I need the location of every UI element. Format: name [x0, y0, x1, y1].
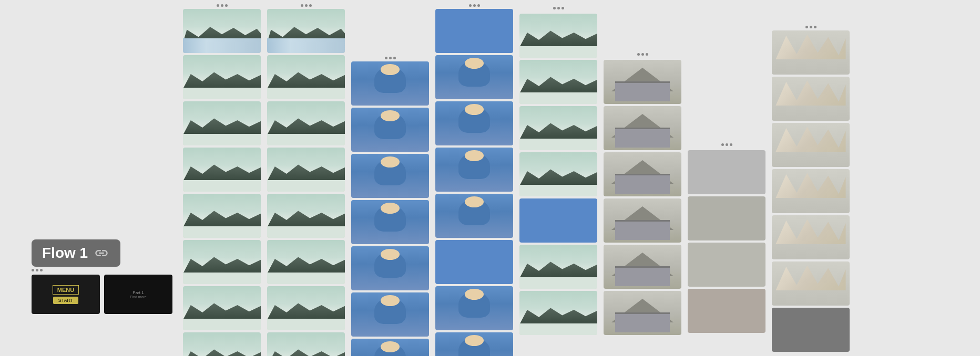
card-6-4[interactable] — [604, 198, 681, 243]
column-4 — [435, 4, 513, 352]
card-8-4[interactable] — [772, 169, 850, 213]
card-5-1[interactable] — [519, 14, 597, 58]
card-5-5[interactable] — [519, 198, 597, 243]
col1-header — [183, 4, 261, 7]
card-8-7[interactable] — [772, 308, 850, 352]
column-1 — [183, 4, 261, 352]
card-4-7[interactable] — [435, 286, 513, 330]
menu-text: MENU — [53, 285, 79, 295]
flow-title: Flow 1 — [42, 245, 88, 261]
card-1-3[interactable] — [183, 101, 261, 145]
card-5-6[interactable] — [519, 245, 597, 289]
card-4-6[interactable] — [435, 240, 513, 284]
find-text: Find more — [130, 295, 147, 299]
card-5-7[interactable] — [519, 291, 597, 335]
card-4-5[interactable] — [435, 194, 513, 238]
card-4-2[interactable] — [435, 55, 513, 99]
card-2-6[interactable] — [267, 240, 345, 284]
card-2-2[interactable] — [267, 55, 345, 99]
card-3-7[interactable] — [351, 339, 429, 356]
card-6-5[interactable] — [604, 245, 681, 289]
card-2-7[interactable] — [267, 286, 345, 330]
card-4-8[interactable] — [435, 332, 513, 356]
card-4-3[interactable] — [435, 101, 513, 145]
col3-header — [351, 57, 429, 59]
col2-header — [267, 4, 345, 7]
card-2-1[interactable] — [267, 9, 345, 53]
col7-header — [688, 141, 765, 148]
card-2-8[interactable] — [267, 332, 345, 356]
card-1-1[interactable] — [183, 9, 261, 53]
card-6-6[interactable] — [604, 291, 681, 335]
card-8-1[interactable] — [772, 30, 850, 75]
card-8-3[interactable] — [772, 123, 850, 167]
card-5-3[interactable] — [519, 106, 597, 150]
card-1-8[interactable] — [183, 332, 261, 356]
card-5-2[interactable] — [519, 60, 597, 104]
bottom-thumbnails: MENU START Part 1 Find more — [32, 275, 172, 314]
card-3-4[interactable] — [351, 200, 429, 244]
link-icon[interactable] — [93, 245, 110, 261]
thumbnail-menu[interactable]: MENU START — [32, 275, 100, 314]
thumbnail-part1[interactable]: Part 1 Find more — [104, 275, 172, 314]
card-1-2[interactable] — [183, 55, 261, 99]
bottom-dots-left — [32, 269, 172, 271]
card-7-2[interactable] — [688, 196, 765, 240]
card-2-4[interactable] — [267, 148, 345, 192]
col4-header — [435, 4, 513, 7]
card-7-3[interactable] — [688, 243, 765, 287]
flow-label-row: Flow 1 — [32, 239, 172, 267]
card-7-1[interactable] — [688, 150, 765, 194]
card-8-2[interactable] — [772, 77, 850, 121]
card-1-5[interactable] — [183, 194, 261, 238]
card-1-4[interactable] — [183, 148, 261, 192]
card-5-4[interactable] — [519, 152, 597, 196]
card-6-2[interactable] — [604, 106, 681, 150]
card-3-1[interactable] — [351, 61, 429, 106]
card-6-1[interactable] — [604, 60, 681, 104]
card-8-5[interactable] — [772, 215, 850, 259]
column-5 — [519, 4, 597, 352]
card-8-6[interactable] — [772, 261, 850, 306]
storyboard-grid — [179, 0, 980, 356]
card-3-2[interactable] — [351, 108, 429, 152]
card-4-4[interactable] — [435, 148, 513, 192]
column-8 — [772, 4, 850, 352]
card-6-3[interactable] — [604, 152, 681, 196]
column-3 — [351, 4, 429, 352]
card-3-3[interactable] — [351, 154, 429, 198]
part-text: Part 1 — [132, 290, 144, 295]
card-2-5[interactable] — [267, 194, 345, 238]
main-area: Flow 1 MENU START Part 1 — [0, 0, 980, 356]
card-3-5[interactable] — [351, 246, 429, 290]
column-2 — [267, 4, 345, 352]
col8-header — [772, 25, 850, 28]
card-2-3[interactable] — [267, 101, 345, 145]
col5-header — [519, 4, 597, 12]
flow-badge[interactable]: Flow 1 — [32, 239, 120, 267]
card-1-6[interactable] — [183, 240, 261, 284]
card-3-6[interactable] — [351, 292, 429, 337]
card-7-4[interactable] — [688, 289, 765, 333]
col6-header — [604, 50, 681, 58]
card-1-7[interactable] — [183, 286, 261, 330]
flow-panel: Flow 1 MENU START Part 1 — [32, 239, 172, 314]
card-4-1[interactable] — [435, 9, 513, 53]
column-6 — [604, 4, 681, 352]
column-7 — [688, 4, 765, 352]
start-button[interactable]: START — [53, 297, 79, 304]
